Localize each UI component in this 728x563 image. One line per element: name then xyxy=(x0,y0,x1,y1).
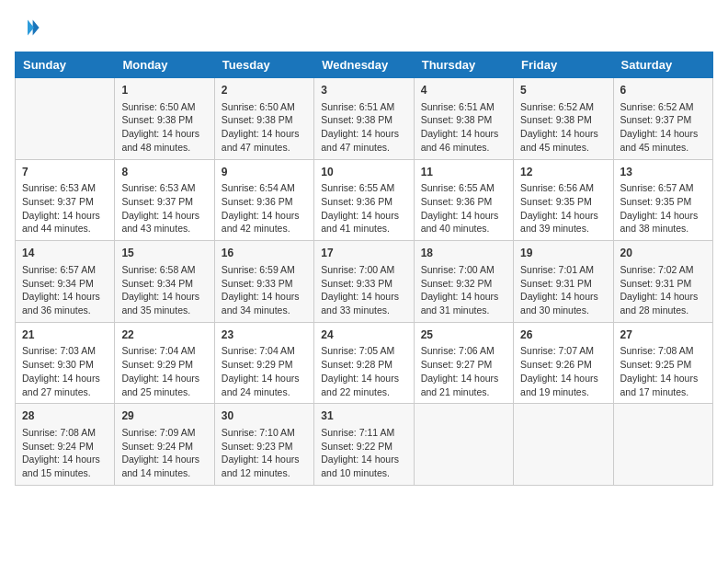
calendar-cell: 16Sunrise: 6:59 AM Sunset: 9:33 PM Dayli… xyxy=(214,241,313,323)
day-number: 23 xyxy=(222,327,307,343)
day-number: 8 xyxy=(121,165,207,180)
calendar-cell: 25Sunrise: 7:06 AM Sunset: 9:27 PM Dayli… xyxy=(414,322,513,404)
day-number: 20 xyxy=(620,246,706,261)
cell-content: Sunrise: 6:57 AM Sunset: 9:35 PM Dayligh… xyxy=(620,181,706,236)
day-of-week-header: Thursday xyxy=(414,52,513,78)
day-number: 24 xyxy=(321,327,406,343)
cell-content: Sunrise: 7:08 AM Sunset: 9:24 PM Dayligh… xyxy=(22,426,108,480)
calendar-cell: 15Sunrise: 6:58 AM Sunset: 9:34 PM Dayli… xyxy=(115,241,214,323)
calendar-week-row: 28Sunrise: 7:08 AM Sunset: 9:24 PM Dayli… xyxy=(16,404,713,486)
cell-content: Sunrise: 6:55 AM Sunset: 9:36 PM Dayligh… xyxy=(321,181,406,236)
cell-content: Sunrise: 7:10 AM Sunset: 9:23 PM Dayligh… xyxy=(222,426,307,480)
day-number: 31 xyxy=(321,408,406,424)
calendar-cell: 7Sunrise: 6:53 AM Sunset: 9:37 PM Daylig… xyxy=(16,159,115,241)
cell-content: Sunrise: 6:55 AM Sunset: 9:36 PM Dayligh… xyxy=(421,181,506,236)
day-of-week-header: Wednesday xyxy=(314,52,414,78)
calendar-cell: 2Sunrise: 6:50 AM Sunset: 9:38 PM Daylig… xyxy=(214,78,313,160)
cell-content: Sunrise: 6:57 AM Sunset: 9:34 PM Dayligh… xyxy=(22,263,108,317)
calendar-cell: 5Sunrise: 6:52 AM Sunset: 9:38 PM Daylig… xyxy=(514,78,613,160)
calendar-cell: 6Sunrise: 6:52 AM Sunset: 9:37 PM Daylig… xyxy=(613,78,712,160)
day-of-week-header: Sunday xyxy=(16,52,115,78)
cell-content: Sunrise: 7:09 AM Sunset: 9:24 PM Dayligh… xyxy=(121,426,207,480)
day-number: 4 xyxy=(421,83,506,98)
day-number: 27 xyxy=(620,327,706,343)
day-number: 2 xyxy=(222,83,307,98)
page-header xyxy=(15,15,713,40)
cell-content: Sunrise: 6:52 AM Sunset: 9:37 PM Dayligh… xyxy=(620,100,706,155)
calendar-cell: 30Sunrise: 7:10 AM Sunset: 9:23 PM Dayli… xyxy=(214,404,313,486)
cell-content: Sunrise: 7:11 AM Sunset: 9:22 PM Dayligh… xyxy=(321,426,406,480)
cell-content: Sunrise: 6:51 AM Sunset: 9:38 PM Dayligh… xyxy=(321,100,406,155)
day-number: 5 xyxy=(520,83,606,98)
cell-content: Sunrise: 7:00 AM Sunset: 9:32 PM Dayligh… xyxy=(421,263,506,317)
day-of-week-header: Friday xyxy=(514,52,613,78)
day-number: 16 xyxy=(222,246,307,261)
calendar-cell: 26Sunrise: 7:07 AM Sunset: 9:26 PM Dayli… xyxy=(514,322,613,404)
calendar-cell: 18Sunrise: 7:00 AM Sunset: 9:32 PM Dayli… xyxy=(414,241,513,323)
calendar-cell: 4Sunrise: 6:51 AM Sunset: 9:38 PM Daylig… xyxy=(414,78,513,160)
calendar-header-row: SundayMondayTuesdayWednesdayThursdayFrid… xyxy=(16,52,713,78)
day-number: 14 xyxy=(22,246,108,261)
day-number: 29 xyxy=(121,408,207,424)
cell-content: Sunrise: 7:00 AM Sunset: 9:33 PM Dayligh… xyxy=(321,263,406,317)
cell-content: Sunrise: 6:59 AM Sunset: 9:33 PM Dayligh… xyxy=(222,263,307,317)
day-number: 19 xyxy=(520,246,606,261)
cell-content: Sunrise: 7:08 AM Sunset: 9:25 PM Dayligh… xyxy=(620,344,706,398)
day-number: 10 xyxy=(321,165,406,180)
calendar-cell xyxy=(16,78,115,160)
calendar-week-row: 14Sunrise: 6:57 AM Sunset: 9:34 PM Dayli… xyxy=(16,241,713,323)
day-number: 17 xyxy=(321,246,406,261)
day-number: 1 xyxy=(121,83,207,98)
calendar-cell: 1Sunrise: 6:50 AM Sunset: 9:38 PM Daylig… xyxy=(115,78,214,160)
day-number: 22 xyxy=(121,327,207,343)
cell-content: Sunrise: 6:56 AM Sunset: 9:35 PM Dayligh… xyxy=(520,181,606,236)
calendar-cell: 10Sunrise: 6:55 AM Sunset: 9:36 PM Dayli… xyxy=(314,159,414,241)
day-of-week-header: Monday xyxy=(115,52,214,78)
calendar-week-row: 21Sunrise: 7:03 AM Sunset: 9:30 PM Dayli… xyxy=(16,322,713,404)
calendar-cell: 29Sunrise: 7:09 AM Sunset: 9:24 PM Dayli… xyxy=(115,404,214,486)
cell-content: Sunrise: 7:04 AM Sunset: 9:29 PM Dayligh… xyxy=(222,344,307,398)
calendar-cell: 21Sunrise: 7:03 AM Sunset: 9:30 PM Dayli… xyxy=(16,322,115,404)
cell-content: Sunrise: 6:53 AM Sunset: 9:37 PM Dayligh… xyxy=(121,181,207,236)
cell-content: Sunrise: 6:58 AM Sunset: 9:34 PM Dayligh… xyxy=(121,263,207,317)
day-number: 18 xyxy=(421,246,506,261)
calendar-table: SundayMondayTuesdayWednesdayThursdayFrid… xyxy=(15,52,713,486)
day-number: 6 xyxy=(620,83,706,98)
cell-content: Sunrise: 7:01 AM Sunset: 9:31 PM Dayligh… xyxy=(520,263,606,317)
calendar-week-row: 1Sunrise: 6:50 AM Sunset: 9:38 PM Daylig… xyxy=(16,78,713,160)
calendar-cell: 24Sunrise: 7:05 AM Sunset: 9:28 PM Dayli… xyxy=(314,322,414,404)
cell-content: Sunrise: 7:06 AM Sunset: 9:27 PM Dayligh… xyxy=(421,344,506,398)
day-number: 3 xyxy=(321,83,406,98)
calendar-cell xyxy=(514,404,613,486)
calendar-cell: 19Sunrise: 7:01 AM Sunset: 9:31 PM Dayli… xyxy=(514,241,613,323)
cell-content: Sunrise: 6:54 AM Sunset: 9:36 PM Dayligh… xyxy=(222,181,307,236)
calendar-cell: 20Sunrise: 7:02 AM Sunset: 9:31 PM Dayli… xyxy=(613,241,712,323)
calendar-cell: 27Sunrise: 7:08 AM Sunset: 9:25 PM Dayli… xyxy=(613,322,712,404)
day-of-week-header: Saturday xyxy=(613,52,712,78)
day-number: 7 xyxy=(22,165,108,180)
day-number: 12 xyxy=(520,165,606,180)
cell-content: Sunrise: 6:50 AM Sunset: 9:38 PM Dayligh… xyxy=(222,100,307,155)
calendar-cell: 31Sunrise: 7:11 AM Sunset: 9:22 PM Dayli… xyxy=(314,404,414,486)
day-number: 13 xyxy=(620,165,706,180)
cell-content: Sunrise: 6:53 AM Sunset: 9:37 PM Dayligh… xyxy=(22,181,108,236)
logo-icon xyxy=(15,15,40,40)
calendar-cell: 12Sunrise: 6:56 AM Sunset: 9:35 PM Dayli… xyxy=(514,159,613,241)
cell-content: Sunrise: 6:52 AM Sunset: 9:38 PM Dayligh… xyxy=(520,100,606,155)
day-number: 11 xyxy=(421,165,506,180)
cell-content: Sunrise: 7:05 AM Sunset: 9:28 PM Dayligh… xyxy=(321,344,406,398)
calendar-cell xyxy=(414,404,513,486)
calendar-cell: 22Sunrise: 7:04 AM Sunset: 9:29 PM Dayli… xyxy=(115,322,214,404)
day-number: 26 xyxy=(520,327,606,343)
day-number: 9 xyxy=(222,165,307,180)
cell-content: Sunrise: 7:04 AM Sunset: 9:29 PM Dayligh… xyxy=(121,344,207,398)
day-of-week-header: Tuesday xyxy=(214,52,313,78)
day-number: 21 xyxy=(22,327,108,343)
day-number: 28 xyxy=(22,408,108,424)
calendar-cell: 11Sunrise: 6:55 AM Sunset: 9:36 PM Dayli… xyxy=(414,159,513,241)
cell-content: Sunrise: 7:02 AM Sunset: 9:31 PM Dayligh… xyxy=(620,263,706,317)
day-number: 30 xyxy=(222,408,307,424)
cell-content: Sunrise: 7:07 AM Sunset: 9:26 PM Dayligh… xyxy=(520,344,606,398)
calendar-cell xyxy=(613,404,712,486)
calendar-cell: 17Sunrise: 7:00 AM Sunset: 9:33 PM Dayli… xyxy=(314,241,414,323)
